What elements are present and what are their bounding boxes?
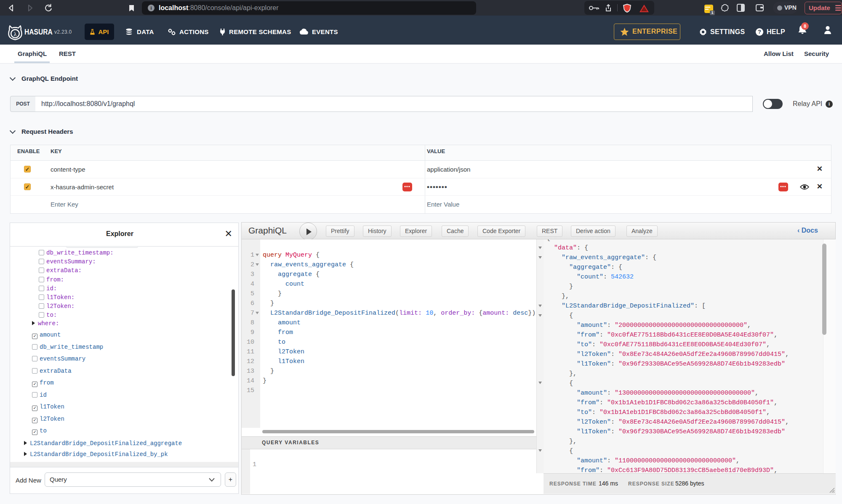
svg-text:λ: λ	[14, 31, 17, 37]
